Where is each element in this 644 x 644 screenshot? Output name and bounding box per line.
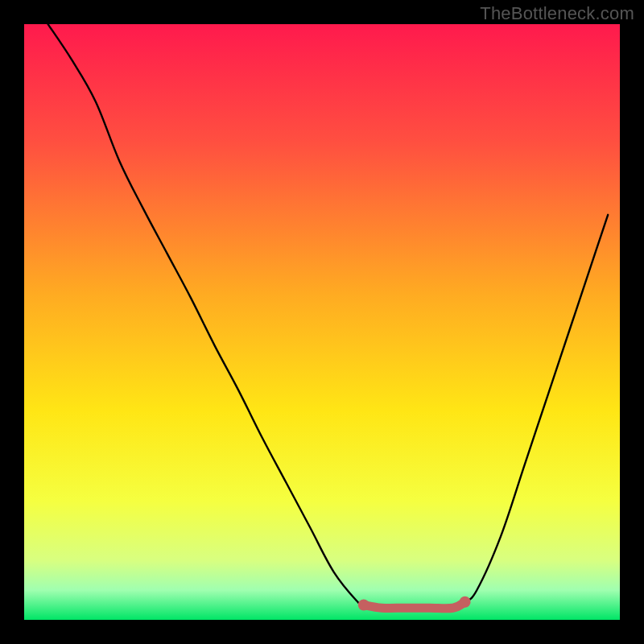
plot-area [24, 24, 620, 620]
watermark-text: TheBottleneck.com [480, 3, 634, 24]
chart-container: TheBottleneck.com [0, 0, 644, 644]
optimal-end-dot [460, 597, 471, 608]
chart-svg [24, 24, 620, 620]
gradient-background [24, 24, 620, 620]
optimal-start-dot [358, 600, 369, 611]
